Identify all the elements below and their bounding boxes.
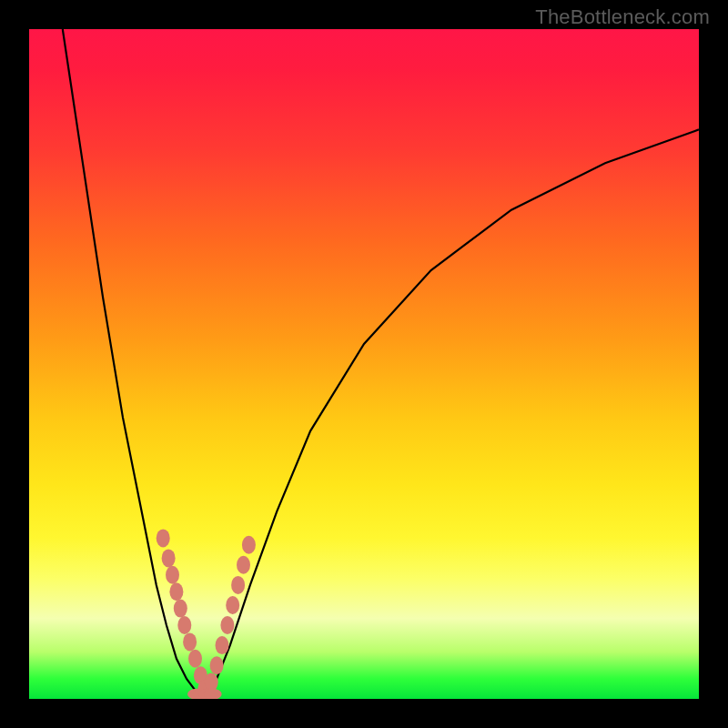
bead [188, 650, 202, 668]
bead [216, 636, 229, 654]
bead [169, 582, 183, 601]
bead [220, 616, 234, 634]
bead [226, 596, 239, 614]
plot-area [29, 29, 699, 699]
right-curve [203, 129, 699, 699]
left-curve [63, 29, 204, 699]
bead [162, 549, 176, 567]
bead [205, 673, 218, 692]
bead [183, 632, 197, 651]
outer-frame: TheBottleneck.com [0, 0, 728, 728]
bead [242, 536, 256, 554]
bead [174, 600, 187, 618]
bead [210, 656, 224, 674]
bead [231, 576, 245, 594]
bead [177, 616, 191, 634]
bead [237, 556, 250, 574]
chart-svg [29, 29, 699, 699]
bead [166, 566, 179, 584]
bead [157, 529, 170, 547]
watermark-text: TheBottleneck.com [535, 5, 710, 29]
